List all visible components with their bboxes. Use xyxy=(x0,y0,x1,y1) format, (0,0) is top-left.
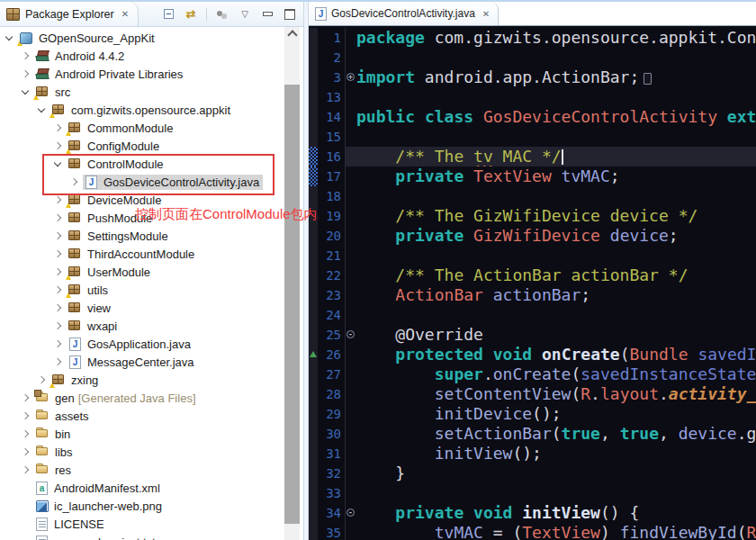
tree-node[interactable]: MessageCenter.java xyxy=(67,355,198,370)
link-with-editor-button[interactable]: ⇄ xyxy=(184,6,198,22)
tree-item-devicemodule[interactable]: DeviceModule xyxy=(0,191,303,209)
code-line-20[interactable]: 20 private GizWifiDevice device; xyxy=(309,226,756,246)
chevron-right-icon[interactable] xyxy=(22,412,29,419)
code-text[interactable]: tvMAC = (TextView) findViewById(R xyxy=(356,523,756,540)
collapse-all-button[interactable] xyxy=(161,6,176,22)
chevron-right-icon[interactable] xyxy=(54,214,61,221)
tree-item-settingsmodule[interactable]: SettingsModule xyxy=(0,227,303,245)
code-text[interactable] xyxy=(356,87,756,107)
fold-plus-toggle[interactable] xyxy=(346,68,356,87)
chevron-right-icon[interactable] xyxy=(22,52,29,59)
chevron-right-icon[interactable] xyxy=(22,430,29,437)
code-text[interactable]: /** The tv MAC */ xyxy=(356,147,756,166)
code-line-26[interactable]: 26 protected void onCreate(Bundle savedI xyxy=(309,345,756,364)
tree-item-configmodule[interactable]: ConfigModule xyxy=(0,137,303,155)
code-line-18[interactable]: 18 xyxy=(309,186,756,206)
chevron-right-icon[interactable] xyxy=(22,394,29,401)
tree-node[interactable]: com.gizwits.opensource.appkit xyxy=(50,103,234,118)
code-text[interactable]: private TextView tvMAC; xyxy=(356,166,756,186)
tree-item-view[interactable]: view xyxy=(0,299,303,317)
tree-node[interactable]: proguard-project.txt xyxy=(33,535,159,540)
code-text[interactable] xyxy=(356,246,756,266)
tree-item-messagecenter-java[interactable]: MessageCenter.java xyxy=(0,353,303,371)
tree-item-gosapplication-java[interactable]: GosApplication.java xyxy=(0,335,303,353)
chevron-down-icon[interactable] xyxy=(38,105,45,112)
tree-item-ic-launcher-web-png[interactable]: ic_launcher-web.png xyxy=(0,497,303,515)
code-text[interactable]: import android.app.ActionBar; xyxy=(356,68,756,87)
tree-node[interactable]: ThirdAccountModule xyxy=(67,247,198,262)
code-text[interactable]: setContentView(R.layout.activity_ xyxy=(356,384,756,404)
code-text[interactable] xyxy=(356,305,756,325)
chevron-right-icon[interactable] xyxy=(54,322,61,329)
code-line-3[interactable]: 3import android.app.ActionBar; xyxy=(309,68,756,87)
code-text[interactable] xyxy=(356,483,756,503)
chevron-right-icon[interactable] xyxy=(54,124,61,131)
close-icon[interactable]: ✕ xyxy=(122,9,129,19)
code-text[interactable]: protected void onCreate(Bundle savedI xyxy=(356,345,756,364)
chevron-right-icon[interactable] xyxy=(54,232,61,239)
tree-item-wxapi[interactable]: wxapi xyxy=(0,317,303,335)
focus-button[interactable] xyxy=(215,6,230,22)
tree-item-assets[interactable]: assets xyxy=(0,407,303,425)
tree-item-src[interactable]: src xyxy=(0,83,303,101)
code-line-27[interactable]: 27 super.onCreate(savedInstanceState xyxy=(309,364,756,384)
code-line-13[interactable]: 13 xyxy=(309,87,756,107)
code-text[interactable]: super.onCreate(savedInstanceState xyxy=(356,364,756,384)
code-text[interactable]: setActionBar(true, true, device.g xyxy=(356,424,756,444)
fold-minus-toggle[interactable] xyxy=(346,503,356,523)
code-text[interactable]: /** The GizWifiDevice device */ xyxy=(356,206,756,226)
tree-node[interactable]: src xyxy=(34,85,74,100)
tab-package-explorer[interactable]: Package Explorer ✕ xyxy=(0,2,139,26)
minimize-button[interactable] xyxy=(260,6,274,22)
code-area[interactable]: 1package com.gizwits.opensource.appkit.C… xyxy=(309,26,756,540)
code-line-2[interactable]: 2 xyxy=(309,48,756,68)
tree-node[interactable]: GOpenSource_AppKit xyxy=(18,31,158,46)
chevron-right-icon[interactable] xyxy=(22,466,29,473)
code-line-22[interactable]: 22 /** The ActionBar actionBar */ xyxy=(309,266,756,285)
code-line-28[interactable]: 28 setContentView(R.layout.activity_ xyxy=(309,384,756,404)
tree-item-thirdaccountmodule[interactable]: ThirdAccountModule xyxy=(0,245,303,263)
tree-node[interactable]: libs xyxy=(34,445,76,460)
code-text[interactable]: public class GosDeviceControlActivity ex… xyxy=(356,107,756,127)
tree-scrollbar[interactable] xyxy=(284,27,300,540)
tree-item-android-private-libraries[interactable]: Android Private Libraries xyxy=(0,65,303,83)
chevron-right-icon[interactable] xyxy=(54,286,61,293)
tree-item-gopensource-appkit[interactable]: GOpenSource_AppKit xyxy=(0,29,303,47)
tree-node[interactable]: LICENSE xyxy=(33,517,108,532)
fold-minus-icon[interactable] xyxy=(346,508,355,517)
view-menu-button[interactable]: ▽ xyxy=(238,6,252,22)
tree-item-libs[interactable]: libs xyxy=(0,443,303,461)
tree-node[interactable]: UserModule xyxy=(67,265,154,280)
tree-item-res[interactable]: res xyxy=(0,461,303,479)
tree-item-proguard-project-txt[interactable]: proguard-project.txt xyxy=(0,533,303,540)
tree-node[interactable]: Android Private Libraries xyxy=(34,67,186,82)
tree-node[interactable]: ConfigModule xyxy=(67,139,163,154)
chevron-right-icon[interactable] xyxy=(70,178,77,185)
tree-node[interactable]: bin xyxy=(34,427,74,442)
code-line-19[interactable]: 19 /** The GizWifiDevice device */ xyxy=(309,206,756,226)
chevron-down-icon[interactable] xyxy=(5,33,13,40)
code-text[interactable]: /** The ActionBar actionBar */ xyxy=(356,266,756,285)
code-line-15[interactable]: 15 xyxy=(309,127,756,147)
code-text[interactable] xyxy=(356,186,756,206)
tree-node[interactable]: GosDeviceControlActivity.java xyxy=(83,175,263,190)
chevron-down-icon[interactable] xyxy=(54,159,61,166)
tree-node[interactable]: CommonModule xyxy=(67,121,176,136)
chevron-right-icon[interactable] xyxy=(54,196,61,203)
collapsed-region-icon[interactable] xyxy=(644,73,652,85)
tree-item-com-gizwits-opensource-appkit[interactable]: com.gizwits.opensource.appkit xyxy=(0,101,303,119)
code-text[interactable]: initDevice(); xyxy=(356,404,756,424)
maximize-button[interactable] xyxy=(283,6,297,22)
scrollbar-up-icon[interactable] xyxy=(284,27,300,40)
code-text[interactable]: @Override xyxy=(356,325,756,345)
tree-item-androidmanifest-xml[interactable]: AndroidManifest.xml xyxy=(0,479,303,497)
tree-item-utils[interactable]: utils xyxy=(0,281,303,299)
chevron-right-icon[interactable] xyxy=(54,358,61,365)
fold-minus-icon[interactable] xyxy=(346,330,355,338)
code-text[interactable]: private void initView() { xyxy=(356,503,756,523)
code-line-1[interactable]: 1package com.gizwits.opensource.appkit.C… xyxy=(309,28,756,48)
code-text[interactable]: package com.gizwits.opensource.appkit.Co… xyxy=(356,28,756,48)
code-text[interactable]: ActionBar actionBar; xyxy=(356,285,756,305)
chevron-right-icon[interactable] xyxy=(54,304,61,311)
tree-node[interactable]: wxapi xyxy=(67,319,121,334)
